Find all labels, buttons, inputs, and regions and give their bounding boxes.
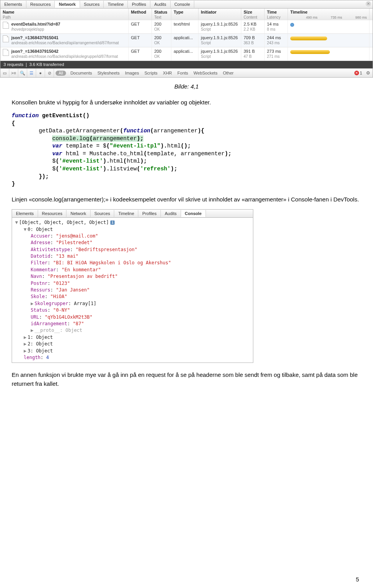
col-size[interactable]: Size [244, 10, 252, 14]
table-row[interactable]: json?_=1368437915042andreasb.erichfosse.… [0, 47, 373, 61]
tab-console[interactable]: Console [181, 210, 206, 217]
code-block: function getEventList() { getData.getArr… [12, 112, 361, 188]
close-icon[interactable]: ✕ [366, 1, 371, 7]
tab-resources[interactable]: Resources [38, 210, 67, 217]
tab-profiles[interactable]: Profiles [128, 1, 150, 8]
tab-console[interactable]: Console [171, 1, 194, 8]
network-table-body: eventDetails.html?id=87/hovedprosjekt/ap… [0, 20, 373, 61]
file-icon [3, 35, 9, 42]
devtools-console-panel: Elements Resources Network Sources Timel… [12, 209, 253, 363]
col-timeline[interactable]: Timeline [290, 10, 307, 14]
tab-timeline[interactable]: Timeline [104, 1, 128, 8]
paragraph: En annen funksjon vi brukte mye var å gå… [12, 371, 361, 388]
devtools-toolbar: ▭ >≡ 🔍 ☰ ● ⊘ All Documents Stylesheets I… [0, 68, 373, 77]
file-icon [3, 22, 9, 29]
timeline-ticks: 490 ms 735 ms 980 ms [306, 16, 367, 19]
console-prop: Postnr: "0123" [15, 280, 250, 287]
col-method[interactable]: Method [131, 10, 146, 14]
file-icon [3, 49, 9, 56]
col-type[interactable]: Type [174, 10, 183, 14]
timeline-bar [290, 50, 330, 54]
tab-profiles[interactable]: Profiles [138, 210, 161, 217]
tab-resources[interactable]: Resources [26, 1, 55, 8]
tab-elements[interactable]: Elements [0, 1, 26, 8]
chevron-right-icon[interactable]: ▶ [31, 327, 35, 334]
col-time[interactable]: Time [267, 10, 277, 14]
filter-all[interactable]: All [56, 71, 66, 76]
table-row[interactable]: json?_=1368437915041andreasb.erichfosse.… [0, 34, 373, 47]
filter-other[interactable]: Other [220, 71, 237, 75]
console-prop: Filter: "BI: BI HiOA Høgskolen i Oslo og… [15, 260, 250, 266]
clear-icon[interactable]: ⊘ [45, 69, 54, 77]
chevron-right-icon[interactable]: ▶ [24, 334, 28, 341]
console-prop: Accuser: "jens@mail.com" [15, 233, 250, 239]
console-prop: Navn: "Presentasjon av bedrift" [15, 273, 250, 280]
table-row[interactable]: eventDetails.html?id=87/hovedprosjekt/ap… [0, 20, 373, 34]
gear-icon[interactable]: ⚙ [364, 70, 373, 76]
console-prop: Kommentar: "En kommentar" [15, 267, 250, 273]
devtools-network-panel: Elements Resources Network Sources Timel… [0, 0, 373, 78]
chevron-down-icon[interactable]: ▼ [24, 226, 28, 233]
console-prop: Adresse: "Pilestredet" [15, 239, 250, 246]
figure-caption: Bilde: 4,1 [12, 82, 361, 91]
search-icon[interactable]: 🔍 [18, 69, 27, 77]
col-initiator[interactable]: Initiator [201, 10, 216, 14]
col-name-sub: Path [3, 15, 11, 19]
console-toggle-icon[interactable]: >≡ [9, 69, 18, 77]
list-icon[interactable]: ☰ [27, 69, 36, 77]
page-number: 5 [356, 576, 359, 583]
tab-sources[interactable]: Sources [80, 1, 104, 8]
filter-fonts[interactable]: Fonts [175, 71, 191, 75]
paragraph: Linjen «console.log(arrangementer);» i k… [12, 195, 361, 204]
chevron-right-icon[interactable]: ▶ [24, 348, 28, 354]
filter-documents[interactable]: Documents [68, 71, 95, 75]
console-prop: Datotid: "13 mai" [15, 253, 250, 260]
network-table-header: NamePath Method StatusText Type Initiato… [0, 9, 373, 20]
col-size-sub: Content [244, 15, 257, 19]
tab-sources[interactable]: Sources [91, 210, 114, 217]
info-icon[interactable]: i [110, 220, 115, 225]
console-prop: Skole: "HiOA" [15, 293, 250, 300]
console-output: ▼ [Object, Object, Object, Object]i ▼ 0:… [12, 218, 253, 363]
tab-audits[interactable]: Audits [161, 210, 181, 217]
chevron-down-icon[interactable]: ▼ [15, 219, 19, 226]
console-prop: Ressurs: "Jan Jansen" [15, 287, 250, 293]
col-time-sub: Latency [267, 15, 281, 19]
filter-xhr[interactable]: XHR [160, 71, 174, 75]
chevron-right-icon[interactable]: ▶ [31, 300, 35, 307]
record-icon[interactable]: ● [36, 69, 45, 77]
tab-timeline[interactable]: Timeline [114, 210, 138, 217]
network-status-bar: 3 requests ❘ 3.6 KB transferred [0, 61, 373, 68]
devtools-tab-bar: Elements Resources Network Sources Timel… [12, 210, 253, 218]
filter-scripts[interactable]: Scripts [142, 71, 160, 75]
tab-audits[interactable]: Audits [150, 1, 171, 8]
tab-network[interactable]: Network [55, 1, 80, 8]
error-count[interactable]: ✕1 [354, 71, 364, 75]
tab-network[interactable]: Network [66, 210, 90, 217]
tab-elements[interactable]: Elements [12, 210, 38, 217]
filter-websockets[interactable]: WebSockets [191, 71, 220, 75]
console-prop: Aktivitetstype: "Bedriftspresentasjon" [15, 246, 250, 253]
dock-icon[interactable]: ▭ [0, 69, 9, 77]
paragraph: Konsollen brukte vi hyppig for å undersø… [12, 98, 361, 107]
timeline-bar [290, 36, 327, 40]
chevron-right-icon[interactable]: ▶ [24, 341, 28, 347]
filter-images[interactable]: Images [122, 71, 142, 75]
col-status-sub: Text [154, 15, 161, 19]
devtools-tab-bar: Elements Resources Network Sources Timel… [0, 0, 373, 9]
col-name[interactable]: Name [3, 10, 14, 14]
col-status[interactable]: Status [154, 10, 167, 14]
timeline-bar [290, 23, 294, 27]
filter-stylesheets[interactable]: Stylesheets [95, 71, 122, 75]
